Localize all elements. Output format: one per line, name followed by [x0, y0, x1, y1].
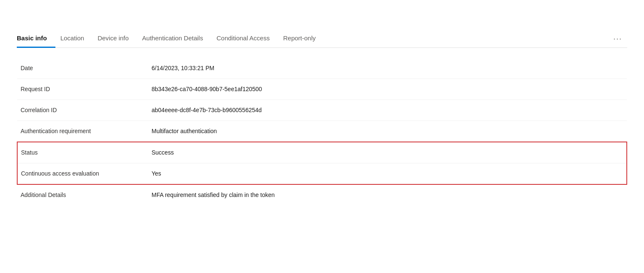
- table-row: Additional DetailsMFA requirement satisf…: [17, 184, 627, 205]
- table-row: Date6/14/2023, 10:33:21 PM: [17, 58, 627, 79]
- table-row: StatusSuccess: [17, 142, 627, 163]
- table-row: Continuous access evaluationYes: [17, 163, 627, 185]
- activity-details-dialog: Basic infoLocationDevice infoAuthenticat…: [0, 0, 644, 273]
- table-row: Request ID8b343e26-ca70-4088-90b7-5ee1af…: [17, 79, 627, 100]
- fields-table: Date6/14/2023, 10:33:21 PMRequest ID8b34…: [17, 58, 627, 205]
- field-label: Additional Details: [17, 184, 152, 205]
- field-label: Request ID: [17, 79, 152, 100]
- tab-more-button[interactable]: ···: [608, 31, 627, 47]
- tab-report-only[interactable]: Report-only: [283, 30, 324, 48]
- field-value: MFA requirement satisfied by claim in th…: [152, 184, 627, 205]
- tab-bar: Basic infoLocationDevice infoAuthenticat…: [17, 30, 627, 48]
- tab-device-info[interactable]: Device info: [97, 30, 137, 48]
- field-label: Status: [17, 142, 152, 163]
- tab-basic-info[interactable]: Basic info: [17, 30, 55, 48]
- field-value: Success: [152, 142, 627, 163]
- tab-authentication-details[interactable]: Authentication Details: [142, 30, 212, 48]
- field-value: ab04eeee-dc8f-4e7b-73cb-b9600556254d: [152, 100, 627, 121]
- table-row: Correlation IDab04eeee-dc8f-4e7b-73cb-b9…: [17, 100, 627, 121]
- close-button[interactable]: [620, 13, 627, 17]
- tab-location[interactable]: Location: [60, 30, 93, 48]
- tab-conditional-access[interactable]: Conditional Access: [217, 30, 278, 48]
- field-label: Correlation ID: [17, 100, 152, 121]
- field-value: 6/14/2023, 10:33:21 PM: [152, 58, 627, 79]
- table-row: Authentication requirementMultifactor au…: [17, 121, 627, 142]
- field-value: 8b343e26-ca70-4088-90b7-5ee1af120500: [152, 79, 627, 100]
- field-value: Multifactor authentication: [152, 121, 627, 142]
- field-label: Date: [17, 58, 152, 79]
- field-label: Authentication requirement: [17, 121, 152, 142]
- field-value: Yes: [152, 163, 627, 185]
- dialog-header: [17, 13, 627, 17]
- field-label: Continuous access evaluation: [17, 163, 152, 185]
